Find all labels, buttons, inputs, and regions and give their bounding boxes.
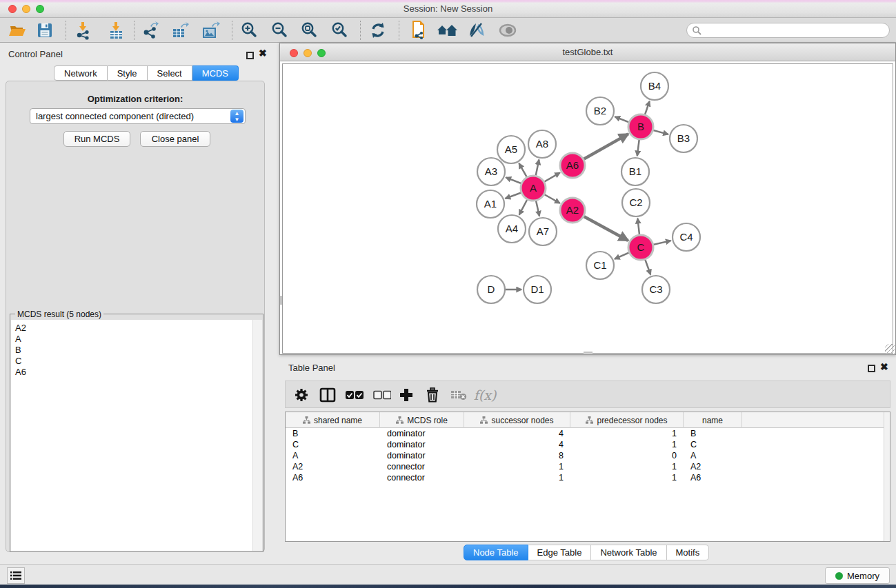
criterion-value: largest connected component (directed) [30,111,230,121]
table-row[interactable]: A dominator 8 0 A [286,450,885,461]
result-scrollbar[interactable] [252,320,262,551]
table-row[interactable]: A2 connector 1 1 A2 [286,461,885,472]
clone-network-icon[interactable] [406,20,430,41]
control-panel-close-icon[interactable]: ✖ [259,50,267,57]
columns-icon[interactable] [317,385,338,405]
mcds-result-list[interactable]: A2 A B C A6 [11,320,252,551]
table-row[interactable]: A6 connector 1 1 A6 [286,472,885,483]
canvas-hscroll-thumb[interactable] [584,352,593,354]
column-header[interactable]: name [684,412,742,428]
zoom-in-icon[interactable] [237,20,261,41]
zoom-fit-icon[interactable] [297,20,321,41]
deselect-all-checkboxes-icon[interactable] [372,385,392,405]
table-header-row: shared name MCDS role successor nodes pr… [286,412,885,428]
network-window-titlebar[interactable]: testGlobe.txt [280,43,895,61]
select-all-checkboxes-icon[interactable] [344,385,365,405]
graph-node-label: C3 [649,283,662,295]
export-image-icon[interactable] [198,20,223,41]
column-header[interactable]: successor nodes [464,412,570,428]
export-table-icon[interactable] [168,20,192,41]
session-title: Session: New Session [0,0,896,17]
column-header[interactable]: MCDS role [380,412,464,428]
show-panels-list-button[interactable] [7,567,25,584]
memory-button[interactable]: Memory [825,567,890,584]
table-row[interactable]: C dominator 4 1 C [286,439,885,450]
graph-node-label: A4 [506,223,518,234]
save-session-icon[interactable] [32,20,57,41]
network-canvas[interactable]: B4B2BB3A5A8A6B1A3AA1A2C2A4A7CC4C1C3DD1 [282,63,893,354]
tab-select[interactable]: Select [148,65,192,81]
open-file-icon[interactable] [5,20,30,41]
settings-gear-icon[interactable] [291,385,312,405]
shared-column-icon [396,416,404,424]
graph-node-label: A5 [505,143,517,155]
criterion-dropdown[interactable]: largest connected component (directed) ▲… [30,108,246,124]
control-panel-tabs: Network Style Select MCDS [54,65,239,81]
table-panel-close-icon[interactable]: ✖ [880,363,888,371]
column-header[interactable]: predecessor nodes [570,412,684,428]
tab-motifs[interactable]: Motifs [667,545,710,560]
graph-node-label: C1 [593,259,606,271]
zoom-window-button[interactable] [317,49,326,57]
tab-mcds[interactable]: MCDS [192,65,239,81]
network-view-window: testGlobe.txt B4B2BB3A5A8A6B1A3AA1A2C2A4… [279,43,896,355]
hide-graphics-details-icon[interactable] [464,20,489,41]
tab-network-table[interactable]: Network Table [591,545,666,560]
graph-node-label: B3 [677,132,690,144]
dropdown-stepper-icon: ▲▼ [230,110,243,123]
list-item[interactable]: C [15,356,252,367]
column-header[interactable]: shared name [286,412,380,428]
network-window-controls [290,49,326,57]
run-mcds-button[interactable]: Run MCDS [63,131,130,147]
graph-node-label: A8 [536,138,548,150]
memory-status-icon [835,572,843,580]
search-icon [692,26,701,35]
tab-edge-table[interactable]: Edge Table [528,545,592,560]
list-item[interactable]: A6 [15,367,252,378]
search-input[interactable] [704,25,889,36]
tab-node-table[interactable]: Node Table [464,545,528,560]
graph-node-label: A7 [537,225,549,237]
list-item[interactable]: A [15,334,252,345]
graph-node-label: B2 [594,105,606,116]
table-row[interactable]: B dominator 4 1 B [286,428,885,439]
table-panel-float-icon[interactable] [868,363,875,375]
zoom-out-icon[interactable] [267,20,292,41]
search-box[interactable] [686,23,890,38]
desktop-background-strip [0,585,896,588]
tab-style[interactable]: Style [108,65,148,81]
minimize-window-button[interactable] [22,5,30,13]
control-panel-float-icon[interactable] [246,50,254,62]
table-scrollbar[interactable] [884,412,890,541]
refresh-icon[interactable] [366,20,390,41]
graph-node-label: C2 [629,196,642,208]
graph-node-label: B [637,121,644,132]
close-window-button[interactable] [8,5,17,13]
tab-network[interactable]: Network [54,65,108,81]
graph-node-label: D1 [530,283,544,295]
node-table: shared name MCDS role successor nodes pr… [285,412,890,542]
zoom-window-button[interactable] [36,5,44,13]
close-panel-button[interactable]: Close panel [140,131,210,147]
resize-grip-icon[interactable] [885,344,895,354]
delete-table-icon[interactable] [448,385,469,405]
list-item[interactable]: B [15,345,252,356]
list-item[interactable]: A2 [15,323,252,334]
zoom-selected-icon[interactable] [327,20,352,41]
import-table-icon[interactable] [103,20,128,41]
canvas-vscroll-thumb[interactable] [280,296,282,305]
minimize-window-button[interactable] [303,49,312,57]
graph-node-label: B4 [648,80,661,92]
mcds-result-legend: MCDS result (5 nodes) [15,310,103,319]
home-icon[interactable] [435,20,459,41]
add-column-icon[interactable] [396,385,417,405]
network-graph[interactable]: B4B2BB3A5A8A6B1A3AA1A2C2A4A7CC4C1C3DD1 [283,64,893,353]
import-network-icon[interactable] [70,20,95,41]
show-graphics-details-icon[interactable] [495,20,520,41]
export-network-icon[interactable] [138,20,163,41]
close-window-button[interactable] [290,49,298,57]
function-builder-icon[interactable]: f(x) [475,385,495,405]
graph-node-label: D [488,283,495,295]
delete-column-icon[interactable] [422,385,443,405]
status-bar: Memory [0,564,896,585]
